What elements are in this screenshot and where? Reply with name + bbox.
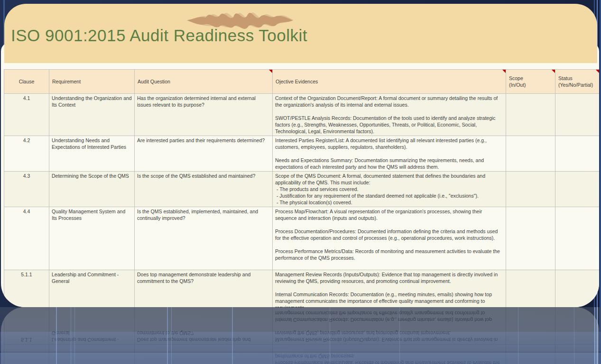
cell-objective-evidences[interactable]: Context of the Organization Document/Rep… [273, 94, 506, 136]
cell-status[interactable] [555, 172, 600, 207]
header-label: Scope (In/Out) [509, 75, 526, 88]
header-label: Status (Yes/No/Partial) [558, 75, 593, 88]
cell-status[interactable] [555, 207, 600, 270]
cell-clause[interactable]: 4.2 [4, 136, 49, 172]
comment-marker-icon [269, 70, 272, 73]
slide-content: Clause Requirement Audit Question Ojecti… [0, 0, 601, 307]
cell-status[interactable] [555, 136, 600, 172]
cell-scope[interactable] [506, 172, 555, 207]
reflection-light-band [0, 353, 601, 364]
cell-requirement[interactable]: Quality Management System and Its Proces… [49, 207, 135, 270]
page-title: ISO 9001:2015 Audit Readiness Toolkit [11, 26, 307, 45]
cell-clause[interactable]: 5.1.1 [4, 270, 49, 308]
cell-status[interactable] [555, 270, 600, 308]
cell-scope[interactable] [506, 270, 555, 308]
cell-requirement[interactable]: Leadership and Commitment - General [49, 270, 135, 308]
cell-clause[interactable]: 4.3 [4, 172, 49, 207]
header-status[interactable]: Status (Yes/No/Partial) [555, 70, 600, 94]
table-reflection: Clause Requirement Audit Question Ojecti… [0, 307, 601, 364]
title-banner: ISO 9001:2015 Audit Readiness Toolkit [4, 4, 597, 63]
cell-scope[interactable] [506, 136, 555, 172]
table-row: 4.2 Understanding Needs and Expectations… [4, 136, 600, 172]
comment-marker-icon [552, 70, 555, 73]
header-clause[interactable]: Clause [4, 70, 49, 94]
slide: Clause Requirement Audit Question Ojecti… [0, 0, 601, 364]
comment-marker-icon [596, 70, 599, 73]
audit-readiness-table: Clause Requirement Audit Question Ojecti… [4, 69, 599, 307]
cell-audit-question[interactable]: Is the scope of the QMS established and … [135, 172, 273, 207]
cell-audit-question[interactable]: Has the organization determined internal… [135, 94, 273, 136]
worksheet-card: Clause Requirement Audit Question Ojecti… [1, 43, 599, 307]
header-objective-evidences[interactable]: Ojective Evidences [273, 70, 506, 94]
reflection-light-band [0, 332, 601, 352]
header-label: Audit Question [138, 79, 170, 84]
cell-objective-evidences[interactable]: Management Review Records (Inputs/Output… [273, 270, 506, 308]
cell-scope[interactable] [506, 207, 555, 270]
cell-clause[interactable]: 4.1 [4, 94, 49, 136]
table-row: 4.1 Understanding the Organization and I… [4, 94, 600, 136]
table-row: 4.4 Quality Management System and Its Pr… [4, 207, 600, 270]
cell-objective-evidences[interactable]: Scope of the QMS Document: A formal, doc… [273, 172, 506, 207]
header-scope[interactable]: Scope (In/Out) [506, 70, 555, 94]
table-row: 4.3 Determining the Scope of the QMS Is … [4, 172, 600, 207]
header-audit-question[interactable]: Audit Question [135, 70, 273, 94]
cell-scope[interactable] [506, 94, 555, 136]
header-label: Ojective Evidences [276, 79, 318, 84]
cell-audit-question[interactable]: Are interested parties and their require… [135, 136, 273, 172]
table-row: 5.1.1 Leadership and Commitment - Genera… [4, 270, 600, 308]
cell-objective-evidences[interactable]: Interested Parties Register/List: A docu… [273, 136, 506, 172]
cell-audit-question[interactable]: Does top management demonstrate leadersh… [135, 270, 273, 308]
cell-requirement[interactable]: Understanding Needs and Expectations of … [49, 136, 135, 172]
cell-clause[interactable]: 4.4 [4, 207, 49, 270]
cell-objective-evidences[interactable]: Process Map/Flowchart: A visual represen… [273, 207, 506, 270]
comment-marker-icon [502, 70, 506, 73]
header-requirement[interactable]: Requirement [49, 70, 135, 94]
cell-status[interactable] [555, 94, 600, 136]
cell-requirement[interactable]: Determining the Scope of the QMS [49, 172, 135, 207]
cell-requirement[interactable]: Understanding the Organization and Its C… [49, 94, 135, 136]
cell-audit-question[interactable]: Is the QMS established, implemented, mai… [135, 207, 273, 270]
table-header-row: Clause Requirement Audit Question Ojecti… [4, 70, 600, 94]
